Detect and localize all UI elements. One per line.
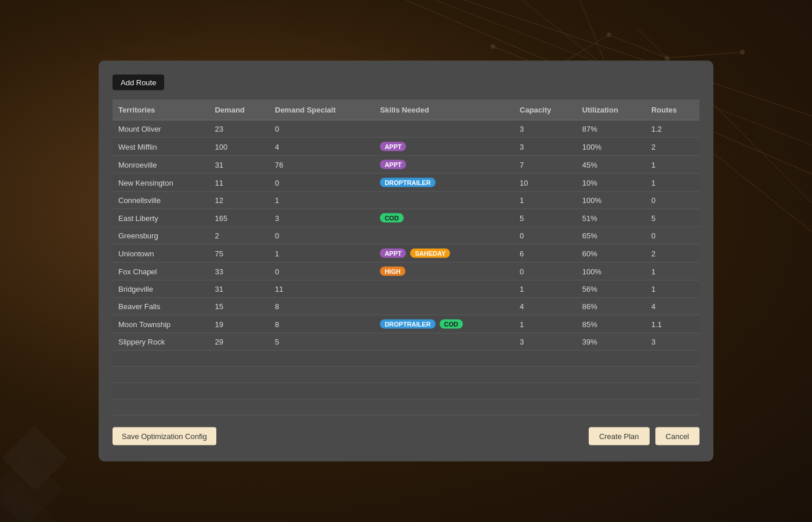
cell-utilization: 100%	[577, 262, 646, 280]
cell-demand: 165	[209, 209, 269, 227]
col-header-capacity: Capacity	[514, 100, 577, 121]
skill-badge-droptrailer: DROPTRAILER	[380, 320, 435, 329]
modal: Add Route Territories Demand Demand Spec…	[99, 61, 713, 462]
table-row: Greensburg 2 0 0 65% 0	[113, 227, 699, 244]
table-row: Fox Chapel 33 0 HIGH 0 100% 1	[113, 262, 699, 280]
col-header-routes: Routes	[646, 100, 699, 121]
cell-routes: 1	[646, 173, 699, 191]
cell-demand-specialty: 1	[269, 191, 374, 209]
cell-skills	[374, 333, 514, 350]
cell-utilization: 60%	[577, 244, 646, 262]
cell-skills: COD	[374, 209, 514, 227]
table-row: Slippery Rock 29 5 3 39% 3	[113, 333, 699, 350]
cell-demand-specialty: 0	[269, 227, 374, 244]
cell-capacity: 3	[514, 333, 577, 350]
cell-skills	[374, 280, 514, 298]
cell-demand: 100	[209, 137, 269, 155]
cell-capacity: 1	[514, 191, 577, 209]
col-header-demand-specialty: Demand Specialt	[269, 100, 374, 121]
cell-territory: East Liberty	[113, 209, 209, 227]
cell-territory: New Kensington	[113, 173, 209, 191]
cell-demand: 23	[209, 120, 269, 137]
svg-line-16	[667, 52, 742, 58]
svg-line-15	[609, 35, 667, 58]
cancel-button[interactable]: Cancel	[655, 427, 699, 445]
col-header-demand: Demand	[209, 100, 269, 121]
table-header-row: Territories Demand Demand Specialt Skill…	[113, 100, 699, 121]
cell-demand-specialty: 8	[269, 315, 374, 333]
skill-badge-appt: APPT	[380, 160, 406, 169]
cell-skills: APPT	[374, 155, 514, 173]
table-row: East Liberty 165 3 COD 5 51% 5	[113, 209, 699, 227]
cell-capacity: 0	[514, 227, 577, 244]
table-row-empty	[113, 399, 699, 415]
cell-skills	[374, 120, 514, 137]
table-row-empty	[113, 383, 699, 399]
modal-footer: Save Optimization Config Create Plan Can…	[113, 427, 699, 445]
cell-territory: Uniontown	[113, 244, 209, 262]
cell-routes: 1.1	[646, 315, 699, 333]
table-row: Mount Oliver 23 0 3 87% 1.2	[113, 120, 699, 137]
cell-routes: 4	[646, 298, 699, 315]
cell-demand-specialty: 8	[269, 298, 374, 315]
cell-demand-specialty: 5	[269, 333, 374, 350]
cell-capacity: 0	[514, 262, 577, 280]
skill-badge-droptrailer: DROPTRAILER	[380, 178, 435, 187]
table-row: Monroeville 31 76 APPT 7 45% 1	[113, 155, 699, 173]
cell-demand-specialty: 4	[269, 137, 374, 155]
cell-utilization: 100%	[577, 137, 646, 155]
cell-routes: 1.2	[646, 120, 699, 137]
cell-demand: 31	[209, 280, 269, 298]
cell-skills	[374, 298, 514, 315]
cell-utilization: 85%	[577, 315, 646, 333]
cell-demand: 15	[209, 298, 269, 315]
footer-right: Create Plan Cancel	[589, 427, 699, 445]
cell-territory: Beaver Falls	[113, 298, 209, 315]
cell-demand: 31	[209, 155, 269, 173]
routes-table: Territories Demand Demand Specialt Skill…	[113, 100, 699, 416]
cell-utilization: 100%	[577, 191, 646, 209]
cell-demand: 75	[209, 244, 269, 262]
table-row: Beaver Falls 15 8 4 86% 4	[113, 298, 699, 315]
add-route-button[interactable]: Add Route	[113, 75, 164, 90]
cell-routes: 2	[646, 137, 699, 155]
col-header-territories: Territories	[113, 100, 209, 121]
cell-demand-specialty: 76	[269, 155, 374, 173]
cell-utilization: 45%	[577, 155, 646, 173]
cell-demand: 29	[209, 333, 269, 350]
cell-utilization: 51%	[577, 209, 646, 227]
cell-demand: 11	[209, 173, 269, 191]
cell-capacity: 3	[514, 120, 577, 137]
cell-territory: Greensburg	[113, 227, 209, 244]
cell-routes: 1	[646, 262, 699, 280]
table-row: Bridgeville 31 11 1 56% 1	[113, 280, 699, 298]
table-row-empty	[113, 367, 699, 383]
cell-utilization: 10%	[577, 173, 646, 191]
skill-badge-appt: APPT	[380, 249, 406, 258]
cell-skills: DROPTRAILERCOD	[374, 315, 514, 333]
save-optimization-button[interactable]: Save Optimization Config	[113, 427, 216, 445]
create-plan-button[interactable]: Create Plan	[589, 427, 650, 445]
skill-badge-appt: APPT	[380, 142, 406, 151]
cell-demand-specialty: 11	[269, 280, 374, 298]
cell-territory: Connellsville	[113, 191, 209, 209]
cell-territory: Moon Township	[113, 315, 209, 333]
cell-routes: 1	[646, 280, 699, 298]
cell-capacity: 6	[514, 244, 577, 262]
cell-skills: DROPTRAILER	[374, 173, 514, 191]
cell-capacity: 3	[514, 137, 577, 155]
cell-capacity: 5	[514, 209, 577, 227]
cell-routes: 1	[646, 155, 699, 173]
cell-skills: APPTSAHEDAY	[374, 244, 514, 262]
table-row: Uniontown 75 1 APPTSAHEDAY 6 60% 2	[113, 244, 699, 262]
cell-demand-specialty: 3	[269, 209, 374, 227]
col-header-skills: Skills Needed	[374, 100, 514, 121]
cell-routes: 2	[646, 244, 699, 262]
cell-routes: 0	[646, 227, 699, 244]
table-row: Moon Township 19 8 DROPTRAILERCOD 1 85% …	[113, 315, 699, 333]
cell-demand-specialty: 0	[269, 262, 374, 280]
cell-routes: 3	[646, 333, 699, 350]
skill-badge-saheday: SAHEDAY	[410, 249, 450, 258]
table-row: Connellsville 12 1 1 100% 0	[113, 191, 699, 209]
cell-capacity: 4	[514, 298, 577, 315]
